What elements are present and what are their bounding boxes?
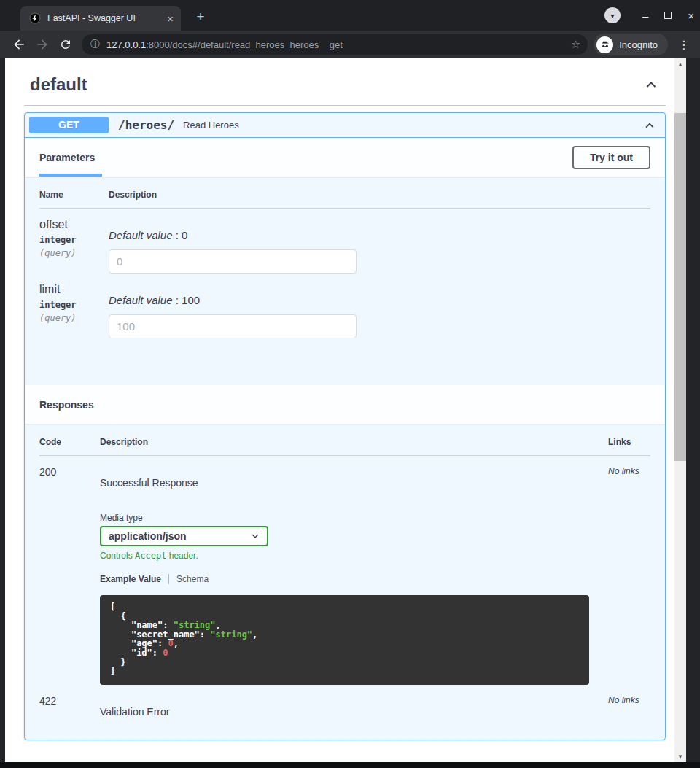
parameters-header: Parameters Try it out xyxy=(25,138,665,177)
scroll-down-icon[interactable]: ▼ xyxy=(674,750,686,762)
window-close-button[interactable]: × xyxy=(688,10,694,21)
response-code: 422 xyxy=(39,695,100,718)
window-frame-bottom xyxy=(0,762,700,768)
column-name: Name xyxy=(39,190,109,200)
fastapi-favicon-icon xyxy=(29,12,41,24)
parameters-table: Name Description offset integer (query) … xyxy=(25,177,665,385)
scroll-up-icon[interactable]: ▲ xyxy=(674,58,686,70)
media-type-label: Media type xyxy=(100,513,608,523)
browser-titlebar: FastAPI - Swagger UI × + ▾ – × xyxy=(0,0,700,31)
media-type-value: application/json xyxy=(109,530,250,542)
parameter-description-cell: Default value : 100 xyxy=(109,283,650,338)
operation-path: /heroes/ xyxy=(118,118,174,132)
example-code-block[interactable]: [ { "name": "string", "secret_name": "st… xyxy=(100,595,589,685)
swagger-page: default GET /heroes/ Read Heroes xyxy=(5,58,674,740)
site-info-icon[interactable]: ⓘ xyxy=(90,38,100,51)
response-code: 200 xyxy=(39,466,100,685)
url-host: 127.0.0.1 xyxy=(106,39,146,50)
media-type-select[interactable]: application/json xyxy=(100,526,268,546)
tab-title: FastAPI - Swagger UI xyxy=(47,13,167,23)
incognito-icon xyxy=(596,36,613,53)
address-bar[interactable]: ⓘ 127.0.0.1:8000/docs#/default/read_hero… xyxy=(82,34,588,55)
responses-table: Code Description Links 200 Successful Re… xyxy=(25,424,665,740)
column-description: Description xyxy=(109,190,650,200)
parameter-description-cell: Default value : 0 xyxy=(109,218,650,274)
responses-header: Responses xyxy=(25,385,665,424)
tab-parameters[interactable]: Parameters xyxy=(39,138,102,177)
response-row-200: 200 Successful Response Media type appli… xyxy=(39,456,650,685)
offset-input[interactable] xyxy=(109,249,357,274)
parameter-name: limit xyxy=(39,283,109,296)
responses-title: Responses xyxy=(39,399,94,411)
collapse-operation-chevron-up-icon[interactable] xyxy=(643,119,656,132)
limit-input[interactable] xyxy=(109,314,357,338)
parameter-name-cell: offset integer (query) xyxy=(39,218,109,274)
new-tab-button[interactable]: + xyxy=(191,8,210,27)
parameter-type: integer xyxy=(39,300,109,310)
browser-menu-icon[interactable]: ⋮ xyxy=(675,38,693,52)
forward-button[interactable] xyxy=(31,33,54,56)
bookmark-star-icon[interactable]: ☆ xyxy=(571,38,580,51)
incognito-badge: Incognito xyxy=(594,34,668,55)
incognito-label: Incognito xyxy=(619,39,658,50)
column-code: Code xyxy=(39,437,100,447)
response-links: No links xyxy=(608,466,650,685)
accept-header-message: Controls Accept header. xyxy=(100,551,608,561)
try-it-out-button[interactable]: Try it out xyxy=(572,146,650,169)
parameter-type: integer xyxy=(39,235,109,245)
parameter-description: Default value : 100 xyxy=(109,294,650,306)
chevron-down-icon xyxy=(250,531,260,541)
response-row-422: 422 Validation Error No links xyxy=(39,685,650,718)
scrollbar-thumb[interactable] xyxy=(674,113,686,461)
url-path: :8000/docs#/default/read_heroes_heroes__… xyxy=(146,39,343,50)
tab-schema[interactable]: Schema xyxy=(176,574,209,584)
collapse-tag-chevron-up-icon[interactable] xyxy=(644,77,658,92)
tag-title: default xyxy=(30,74,88,95)
default-value: : 0 xyxy=(173,229,188,241)
parameter-row-offset: offset integer (query) Default value : 0 xyxy=(39,209,650,274)
tag-section-header[interactable]: default xyxy=(24,69,666,106)
tab-separator xyxy=(168,574,169,584)
method-badge[interactable]: GET xyxy=(29,117,109,133)
opblock-get-heroes: GET /heroes/ Read Heroes Parameters Try … xyxy=(24,112,666,740)
column-description: Description xyxy=(100,437,608,447)
responses-table-header: Code Description Links xyxy=(39,437,650,456)
default-value-label: Default value xyxy=(109,229,173,241)
response-description-cell: Successful Response Media type applicati… xyxy=(100,466,608,685)
back-button[interactable] xyxy=(7,33,31,56)
parameter-location: (query) xyxy=(39,248,109,258)
example-schema-tabs: Example Value Schema xyxy=(100,574,608,584)
window-maximize-button[interactable] xyxy=(664,12,672,19)
parameters-title: Parameters xyxy=(39,152,95,163)
default-value: : 100 xyxy=(173,294,201,306)
accept-message-code: Accept xyxy=(135,551,166,561)
parameter-name: offset xyxy=(39,218,109,231)
parameter-name-cell: limit integer (query) xyxy=(39,283,109,338)
response-description-cell: Validation Error xyxy=(100,695,608,718)
accept-message-prefix: Controls xyxy=(100,551,135,561)
page-scrollbar[interactable]: ▲ ▼ xyxy=(674,58,686,762)
browser-tab[interactable]: FastAPI - Swagger UI × xyxy=(20,6,181,31)
browser-window: FastAPI - Swagger UI × + ▾ – × xyxy=(0,0,700,768)
response-description: Successful Response xyxy=(100,477,608,489)
default-value-label: Default value xyxy=(109,294,173,306)
response-description: Validation Error xyxy=(100,706,608,718)
tab-close-icon[interactable]: × xyxy=(167,13,174,24)
window-controls: ▾ – × xyxy=(604,0,694,31)
opblock-summary[interactable]: GET /heroes/ Read Heroes xyxy=(25,113,665,138)
operation-summary: Read Heroes xyxy=(183,120,239,131)
reload-button[interactable] xyxy=(54,33,77,56)
url-text[interactable]: 127.0.0.1:8000/docs#/default/read_heroes… xyxy=(106,39,571,50)
column-links: Links xyxy=(608,437,650,447)
window-minimize-button[interactable]: – xyxy=(642,10,648,21)
page-viewport: default GET /heroes/ Read Heroes xyxy=(5,58,686,762)
media-type-block: Media type application/json Controls Acc… xyxy=(100,513,608,561)
tab-example-value[interactable]: Example Value xyxy=(100,574,161,584)
parameter-location: (query) xyxy=(39,313,109,323)
parameter-description: Default value : 0 xyxy=(109,229,650,241)
response-links: No links xyxy=(608,695,650,718)
browser-toolbar: ⓘ 127.0.0.1:8000/docs#/default/read_hero… xyxy=(0,31,700,58)
parameter-row-limit: limit integer (query) Default value : 10… xyxy=(39,274,650,338)
profile-chevron-icon[interactable]: ▾ xyxy=(604,7,621,23)
example-code: [ { "name": "string", "secret_name": "st… xyxy=(110,602,579,676)
